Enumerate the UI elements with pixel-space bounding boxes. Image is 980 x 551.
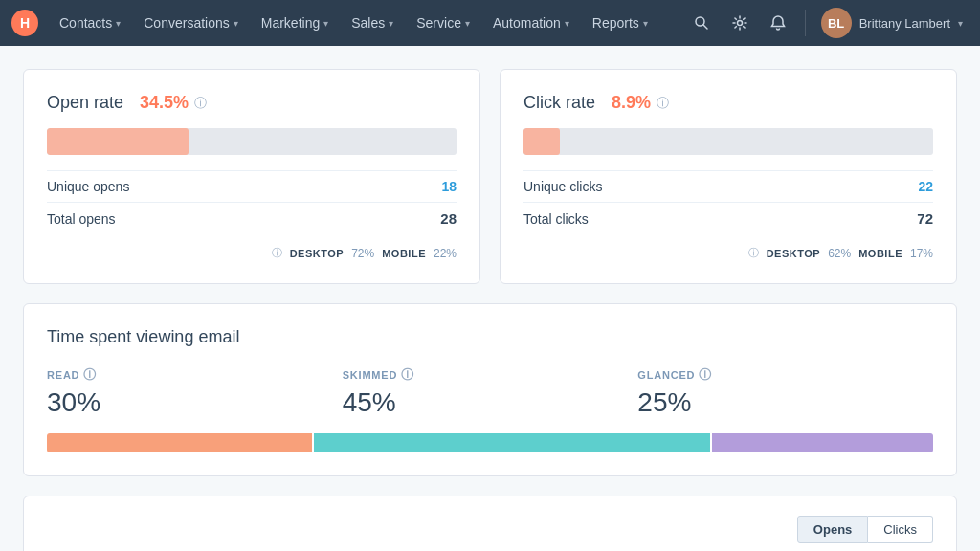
settings-button[interactable] (723, 6, 757, 40)
notifications-button[interactable] (761, 6, 795, 40)
nav-divider (805, 10, 806, 36)
chevron-down-icon: ▾ (323, 18, 328, 29)
unique-opens-value: 18 (441, 179, 457, 194)
svg-point-2 (737, 21, 742, 26)
click-rate-card: Click rate 8.9% ⓘ Unique clicks 22 Total… (500, 69, 957, 284)
click-rate-title: Click rate 8.9% ⓘ (523, 93, 933, 113)
skimmed-value: 45% (343, 387, 638, 418)
skimmed-bar-segment (314, 433, 711, 452)
nav-right-actions: BL Brittany Lambert ▾ (684, 6, 969, 40)
chevron-down-icon: ▾ (389, 18, 393, 29)
read-label: READ ⓘ (47, 366, 343, 384)
nav-reports[interactable]: Reports ▾ (583, 0, 657, 46)
read-value: 30% (47, 387, 343, 418)
chevron-down-icon: ▾ (116, 18, 121, 29)
desktop-label: DESKTOP (290, 248, 344, 259)
hubspot-logo: H (11, 10, 38, 36)
open-rate-progress (47, 128, 457, 155)
click-rate-fill (523, 128, 560, 155)
total-opens-label: Total opens (47, 211, 116, 227)
click-rate-progress (523, 128, 933, 155)
clicks-button[interactable]: Clicks (868, 516, 933, 543)
time-spent-card: Time spent viewing email READ ⓘ 30% SKIM… (23, 303, 957, 476)
open-rate-footer: ⓘ DESKTOP 72% MOBILE 22% (47, 246, 457, 260)
click-mobile-value: 17% (910, 247, 933, 260)
mobile-label: MOBILE (382, 248, 426, 259)
mobile-value: 22% (434, 247, 457, 260)
total-clicks-value: 72 (917, 210, 933, 227)
user-chevron-icon: ▾ (958, 18, 963, 29)
nav-sales[interactable]: Sales ▾ (342, 0, 403, 46)
nav-marketing[interactable]: Marketing ▾ (252, 0, 338, 46)
total-opens-row: Total opens 28 (47, 202, 457, 234)
unique-clicks-label: Unique clicks (523, 179, 602, 194)
chevron-down-icon: ▾ (565, 18, 569, 29)
top-stats-row: Open rate 34.5% ⓘ Unique opens 18 Total … (23, 69, 957, 284)
open-rate-fill (47, 128, 189, 155)
unique-clicks-value: 22 (918, 179, 933, 194)
click-footer-info-icon[interactable]: ⓘ (748, 246, 759, 260)
footer-info-icon[interactable]: ⓘ (272, 246, 282, 260)
time-metrics: READ ⓘ 30% SKIMMED ⓘ 45% GLANCED ⓘ 25% (47, 366, 933, 418)
click-rate-footer: ⓘ DESKTOP 62% MOBILE 17% (523, 246, 933, 260)
user-name: Brittany Lambert (859, 16, 950, 31)
total-clicks-row: Total clicks 72 (523, 202, 933, 234)
glanced-metric: GLANCED ⓘ 25% (637, 366, 933, 418)
nav-automation[interactable]: Automation ▾ (483, 0, 579, 46)
nav-service[interactable]: Service ▾ (407, 0, 479, 46)
glanced-bar-segment (712, 433, 933, 452)
read-info-icon[interactable]: ⓘ (83, 366, 97, 384)
chevron-down-icon: ▾ (465, 18, 470, 29)
nav-conversations[interactable]: Conversations ▾ (134, 0, 248, 46)
open-rate-title: Open rate 34.5% ⓘ (47, 93, 457, 113)
topnav: H Contacts ▾ Conversations ▾ Marketing ▾… (0, 0, 980, 46)
read-metric: READ ⓘ 30% (47, 366, 343, 418)
read-bar-segment (47, 433, 312, 452)
nav-contacts[interactable]: Contacts ▾ (50, 0, 130, 46)
glanced-value: 25% (637, 387, 933, 418)
skimmed-metric: SKIMMED ⓘ 45% (343, 366, 638, 418)
svg-line-1 (703, 25, 707, 29)
opens-clicks-toggle: Opens Clicks (797, 516, 933, 543)
chevron-down-icon: ▾ (643, 18, 648, 29)
click-rate-info-icon[interactable]: ⓘ (657, 95, 669, 112)
unique-opens-row: Unique opens 18 (47, 170, 457, 202)
click-desktop-value: 62% (828, 247, 851, 260)
glanced-info-icon[interactable]: ⓘ (699, 366, 712, 384)
click-mobile-label: MOBILE (858, 248, 902, 259)
main-content: Open rate 34.5% ⓘ Unique opens 18 Total … (0, 46, 980, 551)
bottom-card: Opens Clicks (23, 496, 957, 551)
time-card-title: Time spent viewing email (47, 327, 933, 347)
total-clicks-label: Total clicks (523, 211, 589, 227)
chevron-down-icon: ▾ (234, 18, 238, 29)
opens-button[interactable]: Opens (797, 516, 868, 543)
open-rate-card: Open rate 34.5% ⓘ Unique opens 18 Total … (23, 69, 480, 284)
desktop-value: 72% (351, 247, 374, 260)
user-menu[interactable]: BL Brittany Lambert ▾ (815, 8, 969, 38)
time-bar (47, 433, 933, 452)
total-opens-value: 28 (440, 210, 457, 227)
click-desktop-label: DESKTOP (767, 248, 820, 259)
glanced-label: GLANCED ⓘ (637, 366, 933, 384)
skimmed-label: SKIMMED ⓘ (343, 366, 638, 384)
avatar: BL (821, 8, 852, 38)
unique-clicks-row: Unique clicks 22 (523, 170, 933, 202)
open-rate-info-icon[interactable]: ⓘ (194, 95, 207, 112)
unique-opens-label: Unique opens (47, 179, 129, 194)
search-button[interactable] (684, 6, 719, 40)
skimmed-info-icon[interactable]: ⓘ (401, 366, 414, 384)
